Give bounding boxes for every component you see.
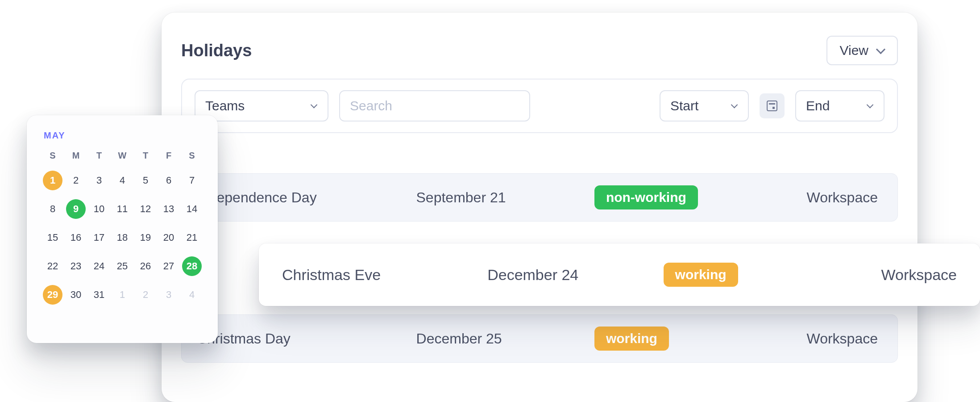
filter-bar: Teams Start End [181, 79, 898, 133]
calendar-week: 22232425262728 [41, 252, 203, 281]
calendar-day[interactable]: 1 [43, 171, 62, 190]
calendar-day[interactable]: 14 [182, 199, 202, 219]
calendar-week: 891011121314 [41, 195, 203, 223]
calendar-day[interactable]: 29 [43, 285, 62, 305]
holiday-scope: Workspace [745, 331, 882, 347]
calendar-day[interactable]: 9 [66, 199, 86, 219]
weekday-label: S [41, 147, 64, 166]
calendar-day[interactable]: 8 [43, 199, 62, 219]
start-date-select[interactable]: Start [660, 90, 749, 121]
holiday-date: December 24 [487, 266, 663, 284]
view-select-label: View [840, 43, 868, 58]
calendar-weekday-row: S M T W T F S [41, 147, 203, 166]
holiday-name: Independence Day [197, 189, 416, 206]
panel-header: Holidays View [181, 35, 898, 66]
teams-select-label: Teams [205, 98, 245, 113]
calendar-day[interactable]: 31 [89, 285, 109, 305]
calendar-day[interactable]: 26 [136, 256, 155, 276]
weekday-label: F [157, 147, 180, 166]
holidays-panel: Holidays View Teams Start End Independen… [162, 13, 918, 402]
holiday-scope: Workspace [745, 189, 882, 206]
calendar-day[interactable]: 4 [112, 171, 132, 190]
holiday-row[interactable]: Independence Day September 21 non-workin… [181, 173, 898, 222]
weekday-label: S [180, 147, 203, 166]
calendar-day[interactable]: 20 [159, 228, 179, 247]
holiday-row[interactable]: Christmas Day December 25 working Worksp… [181, 314, 898, 363]
calendar-week: 2930311234 [41, 281, 203, 309]
holiday-date: December 25 [416, 331, 594, 347]
holiday-row-highlight[interactable]: Christmas Eve December 24 working Worksp… [259, 243, 980, 306]
end-date-select[interactable]: End [795, 90, 884, 121]
calendar-day[interactable]: 13 [159, 199, 179, 219]
calendar-day[interactable]: 17 [89, 228, 109, 247]
calendar-day[interactable]: 1 [112, 285, 132, 305]
calendar-day[interactable]: 28 [182, 256, 202, 276]
weekday-label: T [134, 147, 157, 166]
teams-select[interactable]: Teams [195, 90, 328, 121]
mini-calendar: MAY S M T W T F S 1234567891011121314151… [27, 115, 218, 343]
calendar-day[interactable]: 16 [66, 228, 86, 247]
calendar-day[interactable]: 7 [182, 171, 202, 190]
calendar-day[interactable]: 25 [112, 256, 132, 276]
status-badge: working [594, 327, 669, 351]
calendar-month-label: MAY [44, 130, 203, 141]
calendar-day[interactable]: 3 [89, 171, 109, 190]
calendar-day[interactable]: 10 [89, 199, 109, 219]
calendar-day[interactable]: 2 [136, 285, 155, 305]
search-input[interactable] [339, 90, 530, 121]
calendar-day[interactable]: 27 [159, 256, 179, 276]
holiday-scope: Workspace [810, 266, 957, 284]
calendar-day[interactable]: 5 [136, 171, 155, 190]
start-date-label: Start [670, 98, 698, 113]
holiday-name: Christmas Day [197, 331, 416, 347]
weekday-label: M [64, 147, 87, 166]
calendar-week: 1234567 [41, 166, 203, 195]
chevron-down-icon [310, 102, 318, 110]
weekday-label: T [87, 147, 111, 166]
status-badge: working [664, 263, 738, 287]
end-date-label: End [806, 98, 830, 113]
calendar-day[interactable]: 3 [159, 285, 179, 305]
calendar-day[interactable]: 11 [112, 199, 132, 219]
calendar-day[interactable]: 15 [43, 228, 62, 247]
calendar-day[interactable]: 4 [182, 285, 202, 305]
calendar-day[interactable]: 12 [136, 199, 155, 219]
calendar-icon [767, 100, 777, 111]
calendar-day[interactable]: 21 [182, 228, 202, 247]
calendar-day[interactable]: 23 [66, 256, 86, 276]
weekday-label: W [111, 147, 134, 166]
holiday-name: Christmas Eve [282, 266, 487, 284]
status-badge: non-working [594, 185, 698, 209]
calendar-day[interactable]: 2 [66, 171, 86, 190]
date-range-button[interactable] [760, 93, 785, 118]
calendar-day[interactable]: 6 [159, 171, 179, 190]
holiday-date: September 21 [416, 189, 594, 206]
page-title: Holidays [181, 41, 252, 60]
calendar-day[interactable]: 22 [43, 256, 62, 276]
chevron-down-icon [876, 46, 884, 54]
view-select[interactable]: View [826, 36, 898, 65]
chevron-down-icon [730, 102, 738, 110]
calendar-week: 15161718192021 [41, 223, 203, 252]
calendar-day[interactable]: 24 [89, 256, 109, 276]
calendar-day[interactable]: 19 [136, 228, 155, 247]
calendar-day[interactable]: 18 [112, 228, 132, 247]
calendar-day[interactable]: 30 [66, 285, 86, 305]
chevron-down-icon [866, 102, 874, 110]
